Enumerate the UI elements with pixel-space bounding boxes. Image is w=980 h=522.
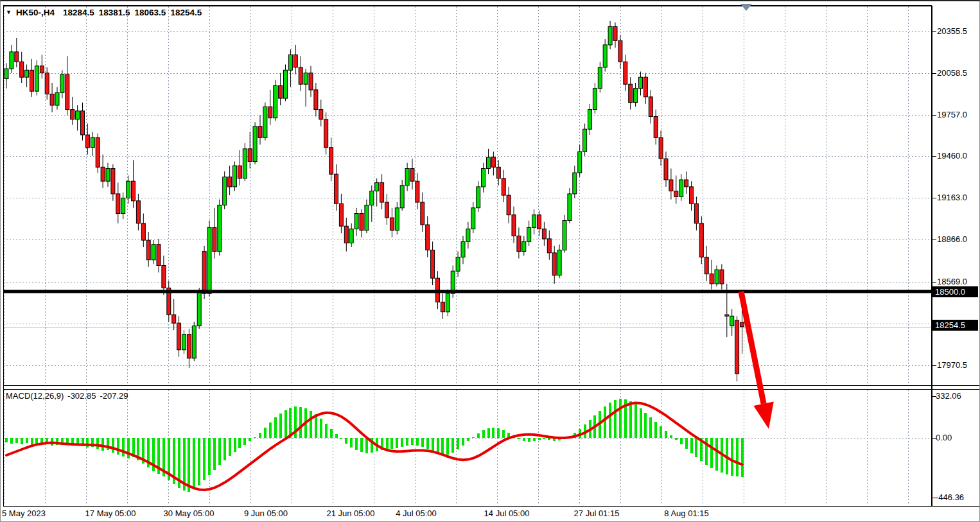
hline-price-tag: 18500.0: [932, 286, 978, 297]
price-axis-label: 20355.5: [937, 26, 967, 36]
trading-chart-window: ▼ HK50-,H4 18284.5 18381.5 18063.5 18254…: [0, 0, 980, 522]
ohlc-open: 18284.5: [63, 8, 94, 17]
grid-vertical: [4, 6, 908, 505]
chart-title-bar: ▼ HK50-,H4 18284.5 18381.5 18063.5 18254…: [6, 7, 202, 17]
macd-indicator-label: MACD(12,26,9) -302.85 -207.29: [6, 391, 128, 401]
time-axis-label: 30 May 05:00: [157, 509, 221, 518]
time-axis-label: 27 Jul 01:15: [564, 509, 629, 518]
time-axis-label: 8 Aug 01:15: [654, 509, 719, 518]
macd-axis-label: 0.00: [936, 433, 952, 442]
bar-position-marker-icon: [740, 4, 752, 11]
time-axis-label: 21 Jun 05:00: [319, 509, 383, 518]
ohlc-high: 18381.5: [99, 8, 130, 17]
price-axis-label: 18866.0: [937, 234, 967, 244]
time-axis-label: 4 Jul 05:00: [384, 509, 448, 518]
macd-axis-label: 332.06: [936, 391, 961, 401]
price-axis-label: 19163.0: [937, 193, 967, 202]
chart-canvas[interactable]: [1, 1, 980, 522]
price-axis-label: 20058.5: [937, 68, 967, 78]
time-axis-label: 5 May 2023: [2, 509, 66, 518]
price-axis-label: 18569.0: [937, 277, 967, 286]
macd-axis-label: -446.36: [936, 492, 964, 502]
price-axis-label: 17970.5: [937, 360, 967, 370]
time-axis-label: 14 Jul 05:00: [475, 509, 539, 518]
candles: [4, 21, 744, 381]
trend-arrow-annotation[interactable]: [741, 291, 774, 429]
macd-current-value: -302.85: [67, 391, 96, 401]
symbol-dropdown-icon[interactable]: ▼: [6, 9, 12, 15]
macd-name: MACD(12,26,9): [6, 391, 64, 401]
ohlc-low: 18063.5: [135, 8, 166, 17]
macd-signal-value: -207.29: [100, 391, 128, 401]
price-axis-label: 19757.0: [937, 110, 967, 119]
price-axis-label: 19460.0: [937, 151, 967, 161]
time-axis-label: 9 Jun 05:00: [234, 509, 298, 518]
ohlc-close: 18254.5: [170, 8, 202, 17]
current-price-tag: 18254.5: [932, 320, 978, 331]
time-axis-label: 17 May 05:00: [78, 509, 143, 518]
symbol-period-label: HK50-,H4: [16, 8, 55, 17]
macd-histogram: [5, 399, 744, 492]
